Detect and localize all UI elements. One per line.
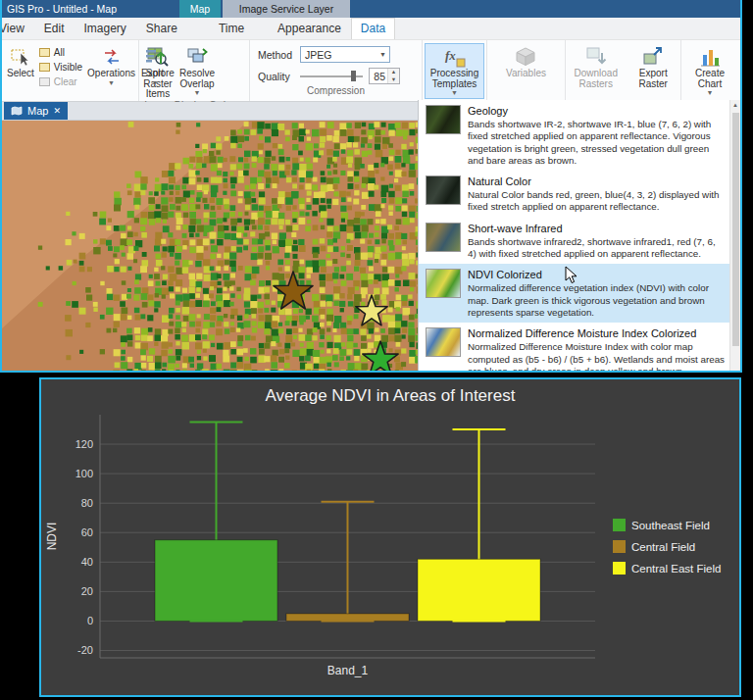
template-thumbnail bbox=[426, 223, 461, 252]
tab-share[interactable]: Share bbox=[136, 18, 187, 39]
template-description: Bands shortwave infrared2, shortwave inf… bbox=[468, 236, 726, 261]
x-axis-label: Band_1 bbox=[327, 664, 369, 677]
method-combobox[interactable]: JPEG ▼ bbox=[300, 46, 390, 63]
template-item-geology[interactable]: Geology Bands shortwave IR-2, shortwave … bbox=[419, 100, 729, 171]
legend-item-central-field[interactable]: Central Field bbox=[613, 540, 721, 553]
ribbon-group-image-display-order: Sort ▼ Resolve Overlap ▼ Image Display O… bbox=[139, 40, 250, 101]
bar-southeast-field[interactable] bbox=[155, 540, 277, 622]
close-icon[interactable]: ✕ bbox=[53, 106, 61, 116]
map-icon bbox=[11, 106, 23, 116]
template-description: Bands shortwave IR-2, shortwave IR-1, bl… bbox=[468, 119, 726, 167]
export-raster-icon bbox=[641, 45, 665, 69]
legend-item-southeast-field[interactable]: Southeast Field bbox=[613, 519, 721, 531]
ribbon-group-compression: Method JPEG ▼ Quality 85 ▲▼ bbox=[250, 40, 423, 101]
download-rasters-button[interactable]: Download Rasters bbox=[568, 43, 624, 91]
processing-templates-gallery: Geology Bands shortwave IR-2, shortwave … bbox=[418, 100, 740, 371]
scrollbar[interactable]: ▲ bbox=[729, 100, 740, 371]
variables-icon bbox=[514, 45, 537, 69]
template-description: Normalized difference vegetation index (… bbox=[468, 282, 726, 319]
chevron-down-icon: ▼ bbox=[379, 51, 386, 58]
svg-text:80: 80 bbox=[81, 497, 93, 509]
bar-central-east-field[interactable] bbox=[418, 559, 540, 621]
ribbon-group-processing-templates: fx Processing Templates ▼ bbox=[423, 40, 487, 101]
clear-selection-button[interactable]: Clear bbox=[39, 75, 82, 88]
resolve-overlap-icon bbox=[186, 45, 208, 69]
spin-up-icon[interactable]: ▲ bbox=[388, 69, 399, 76]
sort-icon bbox=[144, 45, 166, 69]
select-all-button[interactable]: All bbox=[39, 46, 82, 59]
quality-value: 85 bbox=[370, 69, 387, 83]
select-button[interactable]: Select bbox=[4, 43, 37, 81]
svg-text:fx: fx bbox=[445, 48, 456, 63]
title-bar: GIS Pro - Untitled - Map Map Image Servi… bbox=[2, 0, 740, 18]
ribbon-group-create-chart: Create Chart ▼ bbox=[681, 40, 738, 101]
operations-button[interactable]: Operations ▼ bbox=[84, 43, 138, 89]
svg-text:40: 40 bbox=[81, 556, 93, 568]
create-chart-button[interactable]: Create Chart ▼ bbox=[683, 43, 736, 99]
tab-view[interactable]: View bbox=[0, 18, 34, 39]
legend-item-central-east-field[interactable]: Central East Field bbox=[613, 562, 721, 575]
svg-text:100: 100 bbox=[75, 468, 93, 479]
svg-text:20: 20 bbox=[81, 585, 93, 597]
contextual-group-map: Map bbox=[179, 0, 221, 18]
select-all-icon bbox=[39, 48, 50, 57]
tab-edit[interactable]: Edit bbox=[34, 18, 75, 39]
select-icon bbox=[10, 45, 31, 69]
export-raster-button[interactable]: Export Raster bbox=[628, 43, 678, 91]
method-label: Method bbox=[258, 49, 294, 61]
templates-list: Geology Bands shortwave IR-2, shortwave … bbox=[419, 100, 729, 371]
chevron-down-icon: ▼ bbox=[707, 89, 714, 97]
chart-legend: Southeast FieldCentral FieldCentral East… bbox=[613, 519, 721, 575]
template-thumbnail bbox=[426, 105, 461, 134]
bar-central-field[interactable] bbox=[286, 614, 409, 622]
template-item-normalized-difference-moisture-index-colorized[interactable]: Normalized Difference Moisture Index Col… bbox=[419, 323, 729, 371]
legend-label: Central East Field bbox=[631, 563, 721, 575]
chevron-down-icon: ▼ bbox=[451, 89, 458, 97]
template-thumbnail bbox=[426, 327, 461, 357]
template-title: Geology bbox=[468, 105, 726, 117]
legend-swatch bbox=[613, 562, 626, 575]
contextual-group-image-service-layer: Image Service Layer bbox=[223, 0, 350, 18]
processing-templates-button[interactable]: fx Processing Templates ▼ bbox=[425, 43, 484, 99]
quality-spinner[interactable]: 85 ▲▼ bbox=[369, 68, 400, 84]
template-thumbnail bbox=[426, 175, 461, 205]
ribbon: Select All Visible Clear bbox=[2, 40, 740, 102]
map-view-tab[interactable]: Map ✕ bbox=[4, 102, 68, 120]
template-title: Normalized Difference Moisture Index Col… bbox=[468, 327, 726, 339]
processing-templates-icon: fx bbox=[443, 45, 467, 69]
template-title: Natural Color bbox=[468, 175, 726, 187]
quality-label: Quality bbox=[258, 71, 294, 82]
slider-thumb[interactable] bbox=[351, 71, 356, 81]
sort-button[interactable]: Sort ▼ bbox=[141, 43, 169, 89]
variables-button[interactable]: Variables bbox=[503, 43, 549, 81]
mouse-cursor bbox=[565, 266, 577, 284]
ribbon-group-variables: Variables bbox=[487, 40, 566, 101]
scroll-up-icon[interactable]: ▲ bbox=[730, 100, 740, 111]
template-item-natural-color[interactable]: Natural Color Natural Color bands red, g… bbox=[419, 171, 729, 218]
quality-slider[interactable] bbox=[300, 68, 363, 84]
legend-swatch bbox=[613, 519, 626, 531]
legend-label: Central Field bbox=[631, 541, 695, 553]
clear-selection-icon bbox=[39, 77, 50, 86]
scrollbar-thumb[interactable] bbox=[732, 113, 739, 346]
arcgis-pro-window: GIS Pro - Untitled - Map Map Image Servi… bbox=[0, 0, 742, 373]
select-visible-icon bbox=[39, 63, 50, 72]
template-title: Short-wave Infrared bbox=[468, 223, 726, 234]
template-title: NDVI Colorized bbox=[468, 269, 726, 280]
template-description: Natural Color bands red, green, blue(4, … bbox=[468, 189, 726, 214]
chevron-down-icon: ▼ bbox=[152, 79, 159, 87]
select-visible-button[interactable]: Visible bbox=[39, 61, 82, 74]
compression-group-label: Compression bbox=[250, 84, 422, 97]
tab-time[interactable]: Time bbox=[209, 18, 254, 39]
ribbon-group-export: Download Rasters Export Raster bbox=[566, 40, 681, 101]
tab-data[interactable]: Data bbox=[351, 18, 395, 39]
template-item-short-wave-infrared[interactable]: Short-wave Infrared Bands shortwave infr… bbox=[419, 218, 729, 265]
tab-appearance[interactable]: Appearance bbox=[268, 18, 351, 39]
spin-down-icon[interactable]: ▼ bbox=[388, 76, 399, 84]
resolve-overlap-button[interactable]: Resolve Overlap ▼ bbox=[169, 43, 226, 99]
window-title: GIS Pro - Untitled - Map bbox=[7, 3, 117, 15]
chevron-down-icon: ▼ bbox=[194, 89, 201, 97]
download-rasters-icon bbox=[584, 45, 608, 69]
create-chart-icon bbox=[698, 45, 722, 69]
tab-imagery[interactable]: Imagery bbox=[74, 18, 135, 39]
